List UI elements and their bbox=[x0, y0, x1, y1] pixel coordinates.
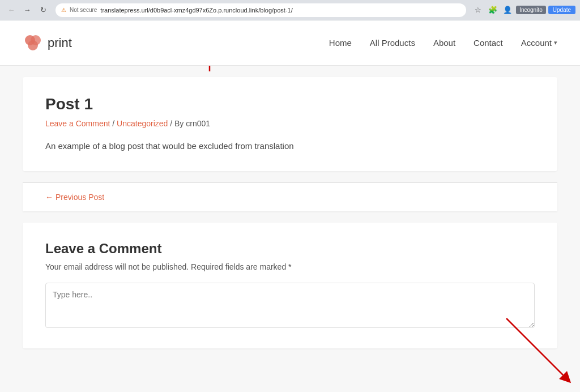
site-wrapper: print Home All Products About Contact A bbox=[0, 20, 580, 392]
comment-section: Leave a Comment Your email address will … bbox=[23, 223, 557, 348]
back-button[interactable]: ← bbox=[5, 3, 18, 17]
nav-buttons: ← → ↻ bbox=[5, 3, 50, 17]
nav-link-about[interactable]: About bbox=[433, 38, 455, 48]
post-excerpt: An example of a blog post that would be … bbox=[45, 139, 535, 153]
post-meta-by: / By crn001 bbox=[170, 119, 210, 128]
url-text: translatepress.url/d0b9acl-xmz4gd97x6Zo.… bbox=[100, 7, 460, 14]
not-secure-icon: ⚠ bbox=[61, 7, 66, 13]
logo-icon bbox=[23, 33, 43, 53]
extensions-icon[interactable]: 🧩 bbox=[487, 4, 499, 16]
main-nav: Home All Products About Contact Account … bbox=[329, 38, 557, 48]
nav-menu: Home All Products About Contact Account … bbox=[329, 38, 557, 48]
nav-link-home[interactable]: Home bbox=[329, 38, 352, 48]
nav-item-account[interactable]: Account ▾ bbox=[521, 38, 557, 48]
profile-icon[interactable]: 👤 bbox=[501, 4, 514, 16]
logo-text: print bbox=[48, 36, 72, 50]
svg-point-4 bbox=[28, 40, 38, 50]
post-navigation: ← Previous Post bbox=[23, 182, 557, 211]
nav-item-all-products[interactable]: All Products bbox=[370, 38, 415, 48]
site-header: print Home All Products About Contact A bbox=[0, 20, 580, 66]
forward-button[interactable]: → bbox=[20, 3, 34, 17]
post-meta: Leave a Comment / Uncategorized / By crn… bbox=[45, 119, 535, 128]
address-bar[interactable]: ⚠ Not secure translatepress.url/d0b9acl-… bbox=[56, 3, 466, 17]
account-chevron-icon: ▾ bbox=[554, 39, 557, 46]
nav-link-account[interactable]: Account bbox=[521, 38, 552, 48]
comment-note: Your email address will not be published… bbox=[45, 262, 535, 271]
browser-actions: ☆ 🧩 👤 Incognito Update bbox=[472, 4, 575, 16]
nav-link-all-products[interactable]: All Products bbox=[370, 38, 415, 48]
star-icon[interactable]: ☆ bbox=[472, 4, 484, 16]
category-link[interactable]: Uncategorized bbox=[117, 119, 168, 128]
incognito-badge: Incognito bbox=[516, 6, 546, 14]
nav-item-home[interactable]: Home bbox=[329, 38, 352, 48]
main-content: Post 1 Leave a Comment / Uncategorized /… bbox=[0, 66, 580, 360]
logo-area[interactable]: print bbox=[23, 33, 72, 53]
update-button[interactable]: Update bbox=[548, 6, 575, 14]
prev-post-link[interactable]: ← Previous Post bbox=[45, 193, 104, 202]
reload-button[interactable]: ↻ bbox=[36, 3, 50, 17]
comment-section-title: Leave a Comment bbox=[45, 241, 535, 257]
nav-link-contact[interactable]: Contact bbox=[474, 38, 503, 48]
leave-comment-link[interactable]: Leave a Comment bbox=[45, 119, 110, 128]
post-meta-separator1: / bbox=[112, 119, 117, 128]
not-secure-label: Not secure bbox=[70, 7, 97, 13]
post-title: Post 1 bbox=[45, 95, 535, 113]
browser-chrome: ← → ↻ ⚠ Not secure translatepress.url/d0… bbox=[0, 0, 580, 20]
nav-item-about[interactable]: About bbox=[433, 38, 455, 48]
nav-item-contact[interactable]: Contact bbox=[474, 38, 503, 48]
comment-textarea[interactable] bbox=[45, 283, 535, 328]
post-card: Post 1 Leave a Comment / Uncategorized /… bbox=[23, 77, 557, 171]
